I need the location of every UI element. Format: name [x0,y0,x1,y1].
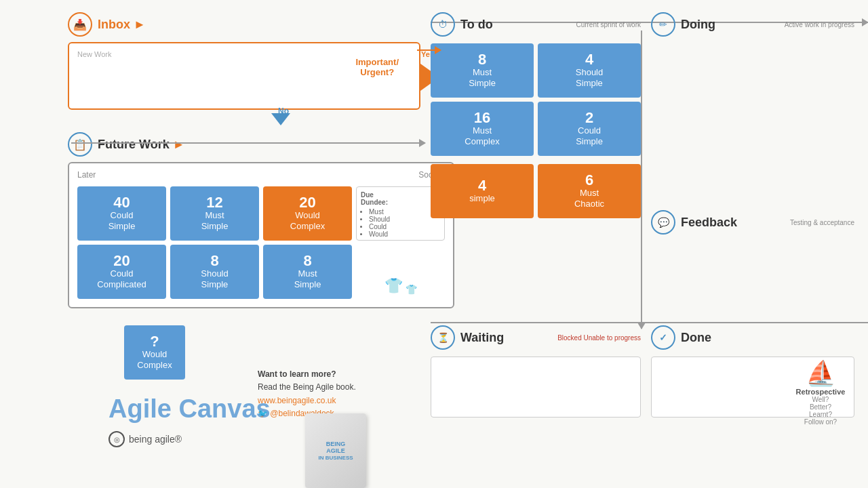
todo-section: ⏱ To do Current sprint of work 8 MustSim… [431,12,641,218]
todo-title: To do [460,18,493,32]
later-label: Later [77,170,96,180]
learn-more-line2: Read the Being Agile book. [258,381,356,394]
feedback-subtitle: Testing & acceptance [790,218,854,227]
todo-header: ⏱ To do Current sprint of work [431,12,641,37]
inbox-header: 📥 Inbox ► [68,12,420,37]
retro-title: Retrospective [787,388,854,396]
inbox-box: New Work Important/Urgent? Yes [68,42,420,110]
future-arrow-head [419,139,426,147]
future-work-icon: 📋 [68,132,92,157]
waiting-section: ⏳ Waiting Blocked Unable to progress [431,325,641,418]
learn-more-line1: Want to learn more? [258,368,356,381]
done-icon: ✓ [651,325,675,350]
doing-title: Doing [681,18,715,32]
todo-card-6-must-chaotic: 6 MustChaotic [538,164,641,218]
done-section: ✓ Done ⛵ Retrospective Well?Better?Learn… [651,325,854,418]
card-12-must-simple: 12 MustSimple [170,186,259,241]
feedback-title: Feedback [681,216,737,230]
boat-icon: ⛵ [787,359,854,388]
feedback-section: 💬 Feedback Testing & acceptance [651,210,854,241]
waiting-title: Waiting [460,331,504,345]
book-image: BEING AGILE IN BUSINESS [305,413,366,488]
top-arrow-head [862,18,868,26]
card-40-could-simple: 40 CouldSimple [77,186,166,241]
inbox-icon: 📥 [68,12,92,37]
todo-cards: 8 MustSimple 4 ShouldSimple 16 MustCompl… [431,43,641,218]
todo-icon: ⏱ [431,12,455,37]
todo-card-4-should-simple: 4 ShouldSimple [538,43,641,98]
doing-header: ✏ Doing Active work in progress [651,12,854,37]
right-section: ⏱ To do Current sprint of work 8 MustSim… [431,0,868,488]
vertical-arrow-1 [641,30,642,329]
waiting-subtitle: Blocked Unable to progress [557,333,641,342]
card-20-would-complex: 20 WouldComplex [263,186,352,241]
waiting-header: ⏳ Waiting Blocked Unable to progress [431,325,641,350]
retrospective-area: ⛵ Retrospective Well?Better?Learnt?Follo… [787,359,854,426]
waiting-box [431,357,641,418]
doing-icon: ✏ [651,12,675,37]
inbox-title: Inbox ► [98,18,146,32]
doing-section: ✏ Doing Active work in progress [651,12,854,43]
inbox-section: 📥 Inbox ► New Work Important/Urgent? Yes… [68,12,420,137]
feedback-header: 💬 Feedback Testing & acceptance [651,210,854,235]
todo-card-2-could-simple: 2 CouldSimple [538,102,641,156]
future-work-header: 📋 Future Work ► [68,132,454,157]
card-8-must-simple: 8 MustSimple [263,245,352,299]
tshirt-small-icon: 👕 [406,284,417,295]
waiting-icon: ⏳ [431,325,455,350]
done-header: ✓ Done [651,325,854,350]
future-work-title: Future Work ► [98,138,185,152]
future-cards-grid: 40 CouldSimple 12 MustSimple 20 WouldCom… [77,186,445,299]
card-8-should-simple: 8 ShouldSimple [170,245,259,299]
card-20-could-complicated: 20 CouldComplicated [77,245,166,299]
learn-more-line3: www.beingagile.co.uk [258,394,356,407]
important-urgent-label: Important/Urgent? [355,57,399,77]
done-title: Done [681,331,711,345]
agile-canvas-title: Agile Canvas [108,394,271,424]
canvas: 📥 Inbox ► New Work Important/Urgent? Yes… [0,0,868,488]
future-work-box: Later Sooner 40 CouldSimple 12 MustSimpl… [68,162,454,308]
retro-items: Well?Better?Learnt?Follow on? [787,396,854,426]
inbox-arrow-head [435,46,441,54]
tshirt-large-icon: 👕 [384,277,403,295]
todo-card-4-simple: 4 simple [431,164,534,218]
card-would-complex-bottom: ? WouldComplex [124,325,185,380]
todo-card-8-must-simple: 8 MustSimple [431,43,534,98]
feedback-icon: 💬 [651,210,675,235]
being-agile-label: being agile® [129,434,182,445]
new-work-label: New Work [77,50,112,58]
later-sooner-bar: Later Sooner [77,170,445,180]
being-agile-icon: ◎ [108,431,125,447]
learn-more-box: Want to learn more? Read the Being Agile… [258,368,356,420]
no-arrow [271,113,290,125]
future-to-todo-arrow [71,142,425,144]
future-work-section: 📋 Future Work ► Later Sooner 40 CouldSim… [68,132,454,308]
todo-subtitle: Current sprint of work [576,20,641,29]
todo-card-16-must-complex: 16 MustComplex [431,102,534,156]
inbox-to-todo-arrow [417,49,441,51]
doing-subtitle: Active work in progress [785,20,854,29]
being-agile-branding: ◎ being agile® [108,431,182,447]
horizontal-divider [431,322,868,323]
